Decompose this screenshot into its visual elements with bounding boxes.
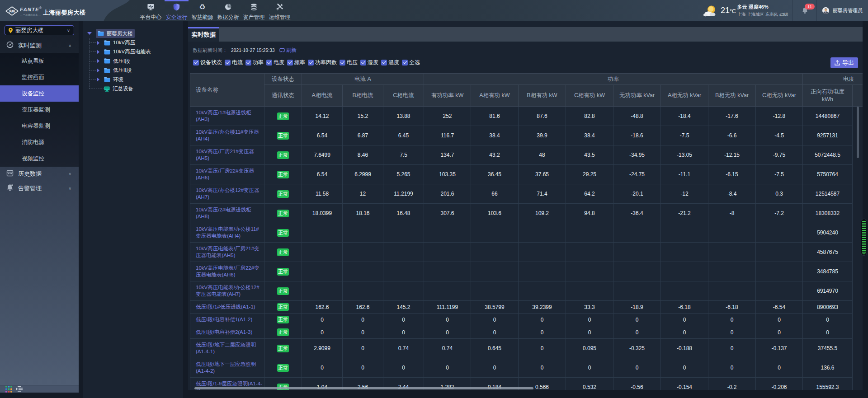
- value-cell: -0.188: [661, 339, 708, 358]
- checkbox-checked-icon[interactable]: [266, 60, 272, 66]
- filter-checkbox-温度[interactable]: 温度: [381, 59, 399, 66]
- device-name-link[interactable]: 低压I段/电容补偿1(A1-2): [190, 314, 264, 326]
- sidebar-menu-告警管理[interactable]: 告警管理∨: [0, 181, 79, 196]
- page-scrollbar-thumb[interactable]: [861, 219, 867, 255]
- tree-node-低压I段[interactable]: 低压I段: [83, 56, 130, 66]
- calendar-icon: [0, 169, 14, 178]
- checkbox-checked-icon[interactable]: [287, 60, 293, 66]
- filter-checkbox-设备状态[interactable]: 设备状态: [193, 59, 222, 66]
- sidebar-menu-实时监测[interactable]: 实时监测∧: [0, 38, 79, 53]
- table-row: 低压I段/电容补偿2(A1-3)正常000000000000: [190, 326, 863, 339]
- table-horizontal-scrollbar-thumb[interactable]: [194, 387, 533, 389]
- value-cell: 64.2: [566, 184, 613, 204]
- topnav-item-recycle[interactable]: ♻智慧能源: [189, 0, 215, 21]
- refresh-button[interactable]: 刷新: [279, 47, 297, 54]
- table-row: 低压I段/电容补偿1(A1-2)正常000000000000: [190, 314, 863, 326]
- user-menu[interactable]: 丽婴房管理员: [817, 0, 868, 21]
- site-select-dropdown[interactable]: 丽婴房大楼 ∨: [5, 25, 74, 35]
- submenu-item-视频监控[interactable]: 视频监控: [0, 150, 79, 167]
- topnav-item-platform[interactable]: 平台中心: [138, 0, 164, 21]
- tab-realtime-data[interactable]: 实时数据: [188, 27, 219, 42]
- checkbox-checked-icon[interactable]: [193, 60, 199, 66]
- tree-collapse-caret-icon[interactable]: [97, 59, 99, 63]
- device-name-link[interactable]: 10kV高压电能表/办公楼11#变压器电能表(AH4): [190, 223, 264, 243]
- value-cell: 0: [756, 314, 803, 326]
- device-name-link[interactable]: 10kV高压/厂房21#变压器(AH5): [190, 145, 264, 165]
- value-cell: 81.6: [471, 107, 519, 126]
- checkbox-checked-icon[interactable]: [245, 60, 251, 66]
- tree-node-低压II段[interactable]: 低压II段: [83, 66, 132, 75]
- collapse-menu-icon[interactable]: [16, 386, 23, 392]
- filter-checkbox-电度[interactable]: 电度: [266, 59, 284, 66]
- tree-collapse-caret-icon[interactable]: [97, 77, 99, 82]
- value-cell: [613, 262, 661, 281]
- topnav-item-shield[interactable]: 安全运行: [164, 0, 189, 21]
- filter-checkbox-电流[interactable]: 电流: [225, 59, 243, 66]
- tree-node-环境[interactable]: 环境: [83, 75, 123, 84]
- app-grid-icon[interactable]: [5, 386, 12, 393]
- column-header-device-name: 设备名称: [190, 73, 264, 107]
- filter-checkbox-全选[interactable]: 全选: [402, 59, 420, 66]
- value-cell: 12: [343, 184, 383, 204]
- tree-collapse-caret-icon[interactable]: [97, 68, 99, 73]
- value-cell: 37.65: [519, 165, 566, 184]
- device-name-link[interactable]: 10kV高压电能表/厂房21#变压器电能表(AH5): [190, 243, 264, 262]
- topnav-item-pie-chart[interactable]: 数据分析: [215, 0, 241, 21]
- device-name-link[interactable]: 10kV高压/2#电源进线柜(AH8): [190, 204, 264, 223]
- submenu-item-站点看板[interactable]: 站点看板: [0, 53, 79, 69]
- tree-node-汇总设备[interactable]: 汇总设备: [83, 84, 133, 94]
- filter-label: 频率: [294, 59, 305, 66]
- filter-checkbox-频率[interactable]: 频率: [287, 59, 305, 66]
- device-name-link[interactable]: 10kV高压/办公楼12#变压器(AH7): [190, 184, 264, 204]
- checkbox-checked-icon[interactable]: [225, 60, 231, 66]
- filter-checkbox-电压[interactable]: 电压: [340, 59, 358, 66]
- device-name-link[interactable]: 低压I段/1#低压进线(A1-1): [190, 301, 264, 314]
- value-cell: 0: [613, 358, 661, 378]
- tree-root-node[interactable]: 丽婴房大楼: [96, 29, 135, 38]
- device-name-link[interactable]: 10kV高压/厂房22#变压器(AH6): [190, 165, 264, 184]
- weather-widget: 21°C 多云 湿度46% 上海 上海城区 东南风 ≤3级: [703, 0, 792, 21]
- folder-icon: [104, 68, 110, 73]
- device-name-link[interactable]: 10kV高压电能表/办公楼12#变压器电能表(AH7): [190, 281, 264, 301]
- tree-node-10kV高压[interactable]: 10kV高压: [83, 38, 135, 47]
- folder-icon: [104, 58, 110, 64]
- checkbox-checked-icon[interactable]: [360, 60, 366, 66]
- tree-collapse-caret-icon[interactable]: [97, 41, 99, 45]
- value-cell: 0: [803, 326, 853, 339]
- device-name-link[interactable]: 低压I段/电容补偿2(A1-3): [190, 326, 264, 339]
- device-name-link[interactable]: 低压I段/地下二层应急照明(A1-4-1): [190, 339, 264, 358]
- refresh-time-value: 2021-10-27 15:25:33: [231, 48, 275, 53]
- value-cell: 82.8: [566, 107, 613, 126]
- device-name-link[interactable]: 10kV高压/1#电源进线柜(AH3): [190, 107, 264, 126]
- table-vertical-scrollbar-thumb[interactable]: [857, 107, 859, 158]
- checkbox-checked-icon[interactable]: [402, 60, 408, 66]
- notification-bell-button[interactable]: 11: [793, 0, 816, 21]
- submenu-item-设备监控[interactable]: 设备监控: [0, 85, 79, 102]
- topnav-item-tools[interactable]: 运维管理: [267, 0, 292, 21]
- value-cell: 0: [708, 358, 756, 378]
- value-cell: 162.6: [343, 301, 383, 314]
- filter-checkbox-功率因数[interactable]: 功率因数: [308, 59, 337, 66]
- value-cell: 0: [343, 314, 383, 326]
- tree-collapse-caret-icon[interactable]: [97, 50, 99, 54]
- checkbox-checked-icon[interactable]: [381, 60, 387, 66]
- filter-label: 电压: [347, 59, 358, 66]
- sidebar-menu-历史数据[interactable]: 历史数据∨: [0, 167, 79, 181]
- submenu-item-监控画面[interactable]: 监控画面: [0, 69, 79, 85]
- tree-expand-caret-icon[interactable]: [87, 32, 92, 35]
- submenu-item-电容器监测[interactable]: 电容器监测: [0, 118, 79, 134]
- tree-node-10kV高压电能表[interactable]: 10kV高压电能表: [83, 47, 151, 56]
- refresh-row: 数据刷新时间： 2021-10-27 15:25:33 刷新: [193, 47, 297, 54]
- status-cell: 正常: [264, 184, 302, 204]
- submenu-item-变压器监测[interactable]: 变压器监测: [0, 102, 79, 118]
- checkbox-checked-icon[interactable]: [308, 60, 314, 66]
- filter-checkbox-功率[interactable]: 功率: [245, 59, 264, 66]
- export-button[interactable]: 导出: [830, 57, 858, 68]
- device-name-link[interactable]: 10kV高压电能表/厂房22#变压器电能表(AH6): [190, 262, 264, 281]
- filter-checkbox-湿度[interactable]: 湿度: [360, 59, 378, 66]
- device-name-link[interactable]: 10kV高压/办公楼11#变压器(AH4): [190, 126, 264, 145]
- device-name-link[interactable]: 低压I段/地下一层应急照明(A1-4-2): [190, 358, 264, 378]
- submenu-item-消防电源[interactable]: 消防电源: [0, 134, 79, 150]
- checkbox-checked-icon[interactable]: [340, 60, 345, 66]
- topnav-item-database[interactable]: 资产管理: [241, 0, 267, 21]
